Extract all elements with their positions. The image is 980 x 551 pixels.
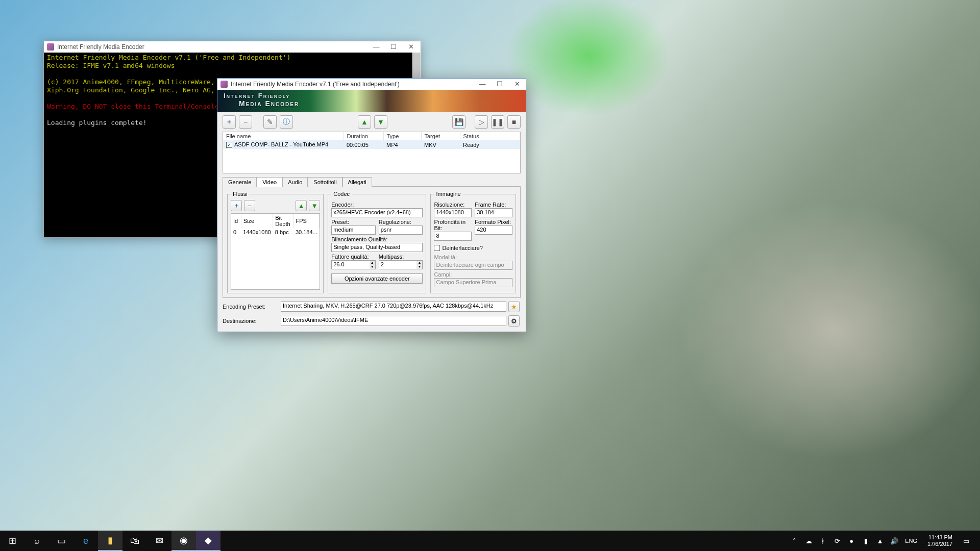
console-line: Internet Friendly Media Encoder v7.1 ('F…: [47, 54, 418, 62]
preset-select[interactable]: medium: [331, 226, 376, 235]
app-icon: [47, 43, 54, 51]
tray-onedrive-icon[interactable]: ☁: [804, 537, 813, 545]
tray-volume-icon[interactable]: 🔊: [890, 537, 899, 545]
main-toolbar: ＋ − ✎ ⓘ ▲ ▼ 💾 ▷ ❚❚ ■: [217, 112, 526, 132]
campi-label: Campi:: [434, 271, 512, 278]
file-row-checkbox[interactable]: ✓: [226, 142, 232, 148]
encoding-preset-label: Encoding Preset:: [223, 304, 279, 310]
risoluzione-select[interactable]: 1440x1080: [434, 208, 472, 217]
flussi-list[interactable]: Id Size Bit Depth FPS 0 1440x1080 8 bpc …: [231, 213, 320, 290]
flussi-col-size[interactable]: Size: [241, 214, 273, 228]
tab-sottotitoli[interactable]: Sottotitoli: [308, 177, 342, 187]
encoder-close-button[interactable]: ✕: [508, 79, 526, 89]
bottom-bar: Encoding Preset: Internet Sharing, MKV, …: [223, 301, 521, 327]
campi-select: Campo Superiore Prima: [434, 278, 512, 287]
flussi-col-bitdepth[interactable]: Bit Depth: [273, 214, 293, 228]
tab-allegati[interactable]: Allegati: [342, 177, 372, 187]
col-duration[interactable]: Duration: [344, 132, 383, 140]
tabs: Generale Video Audio Sottotitoli Allegat…: [223, 177, 521, 186]
col-target[interactable]: Target: [421, 132, 460, 140]
regolazione-select[interactable]: psnr: [379, 226, 423, 235]
framerate-select[interactable]: 30.184: [475, 208, 512, 217]
formato-select[interactable]: 420: [475, 226, 512, 235]
file-row-name: ASDF COMP- BALLZ - YouTube.MP4: [234, 141, 328, 147]
flussi-add-button[interactable]: ＋: [231, 200, 242, 211]
flussi-col-id[interactable]: Id: [231, 214, 241, 228]
flussi-remove-button[interactable]: −: [244, 200, 255, 211]
tray-language[interactable]: ENG: [904, 538, 918, 544]
action-center-icon[interactable]: ▭: [962, 537, 971, 545]
console-line: Release: IFME v7.1 amd64 windows: [47, 62, 418, 70]
codec-group: Codec Encoder: x265/HEVC Encoder (v2.4+6…: [328, 191, 426, 293]
tab-audio[interactable]: Audio: [282, 177, 308, 187]
col-status[interactable]: Status: [460, 132, 520, 140]
banner-line-2: Media Encoder: [224, 99, 520, 108]
file-row-status: Ready: [460, 140, 520, 149]
destination-input[interactable]: D:\Users\Anime4000\Videos\IFME: [281, 316, 506, 326]
tray-sync-icon[interactable]: ⟳: [832, 537, 842, 545]
move-up-button[interactable]: ▲: [358, 115, 371, 129]
tab-generale[interactable]: Generale: [223, 177, 257, 187]
console-maximize-button[interactable]: ☐: [385, 42, 402, 52]
flussi-row-id: 0: [231, 228, 241, 236]
file-row[interactable]: ✓ASDF COMP- BALLZ - YouTube.MP4 00:00:05…: [223, 140, 520, 149]
save-queue-button[interactable]: 💾: [452, 115, 465, 129]
advanced-encoder-button[interactable]: Opzioni avanzate encoder: [331, 273, 423, 284]
encoder-title: Internet Friendly Media Encoder v7.1 ('F…: [231, 81, 474, 88]
pause-button[interactable]: ❚❚: [491, 115, 504, 129]
flussi-up-button[interactable]: ▲: [296, 200, 307, 211]
risoluzione-label: Risoluzione:: [434, 202, 472, 208]
multipass-input[interactable]: 2: [379, 260, 417, 269]
start-button[interactable]: ▷: [475, 115, 488, 129]
encoder-titlebar[interactable]: Internet Friendly Media Encoder v7.1 ('F…: [217, 79, 526, 90]
flussi-row[interactable]: 0 1440x1080 8 bpc 30.184...: [231, 228, 320, 236]
console-titlebar[interactable]: Internet Friendly Media Encoder — ☐ ✕: [44, 41, 421, 53]
console-close-button[interactable]: ✕: [402, 42, 420, 52]
taskbar-edge[interactable]: e: [74, 531, 98, 551]
col-type[interactable]: Type: [383, 132, 421, 140]
tray-bluetooth-icon[interactable]: ᚼ: [818, 537, 827, 545]
deinterlace-checkbox[interactable]: [434, 245, 440, 251]
banner: Internet Friendly Media Encoder: [217, 90, 526, 112]
flussi-group: Flussi ＋ − ▲ ▼ Id Size Bit Depth FPS: [227, 191, 324, 293]
add-file-button[interactable]: ＋: [223, 115, 236, 129]
taskbar-ifme[interactable]: ◆: [196, 531, 220, 551]
flussi-down-button[interactable]: ▼: [309, 200, 320, 211]
col-filename[interactable]: File name: [223, 132, 344, 140]
taskbar-store[interactable]: 🛍: [122, 531, 147, 551]
tray-battery-icon[interactable]: ▮: [861, 537, 870, 545]
taskbar-chrome[interactable]: ◉: [172, 531, 196, 551]
taskbar-clock[interactable]: 11:43 PM 17/6/2017: [923, 534, 957, 547]
info-button[interactable]: ⓘ: [280, 115, 293, 129]
stop-button[interactable]: ■: [507, 115, 521, 129]
search-button[interactable]: ⌕: [24, 531, 49, 551]
tab-video[interactable]: Video: [257, 177, 282, 187]
preset-favorite-button[interactable]: ★: [508, 301, 520, 312]
encoder-select[interactable]: x265/HEVC Encoder (v2.4+68): [331, 208, 423, 217]
encoder-maximize-button[interactable]: ☐: [491, 79, 508, 89]
taskbar-explorer[interactable]: ▮: [98, 531, 122, 551]
app-icon: [220, 81, 228, 88]
move-down-button[interactable]: ▼: [374, 115, 387, 129]
tray-wifi-icon[interactable]: ▲: [875, 537, 885, 545]
encoder-minimize-button[interactable]: —: [474, 79, 491, 89]
file-row-target: MKV: [421, 140, 460, 149]
tray-chevron-icon[interactable]: ˄: [790, 537, 799, 545]
tools-button[interactable]: ✎: [263, 115, 277, 129]
taskbar-mail[interactable]: ✉: [147, 531, 172, 551]
file-list[interactable]: File name Duration Type Target Status ✓A…: [223, 132, 521, 173]
console-scroll-thumb[interactable]: [413, 53, 420, 78]
start-button[interactable]: ⊞: [0, 531, 24, 551]
destination-browse-button[interactable]: ⚙: [508, 315, 520, 327]
fattore-input[interactable]: 26.0: [331, 260, 370, 269]
console-minimize-button[interactable]: —: [368, 42, 385, 52]
task-view-button[interactable]: ▭: [49, 531, 74, 551]
tray-app-icon[interactable]: ●: [847, 537, 856, 545]
bilanciamento-select[interactable]: Single pass, Quality-based: [331, 243, 423, 252]
flussi-col-fps[interactable]: FPS: [293, 214, 320, 228]
remove-file-button[interactable]: −: [239, 115, 252, 129]
fattore-spinner[interactable]: ▲▼: [370, 260, 376, 269]
profondita-select[interactable]: 8: [434, 232, 472, 241]
multipass-spinner[interactable]: ▲▼: [416, 260, 423, 269]
encoding-preset-select[interactable]: Internet Sharing, MKV, H.265@CRF 27.0 72…: [281, 302, 506, 312]
